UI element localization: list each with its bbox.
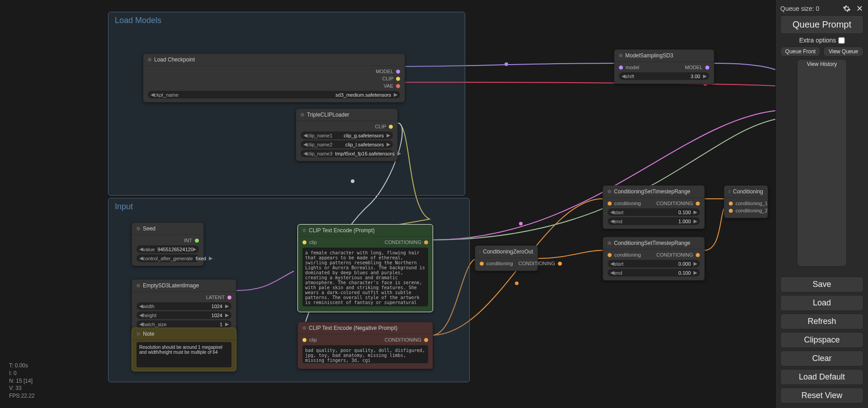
output-port[interactable] — [558, 262, 562, 266]
node-empty-latent[interactable]: EmptySD3LatentImage LATENT ◀width1024▶ ◀… — [132, 279, 236, 332]
output-port-int[interactable] — [195, 239, 199, 243]
gear-icon[interactable] — [843, 5, 851, 13]
metric-i: I: 0 — [9, 370, 35, 377]
widget-clip3[interactable]: ◀clip_name3tmp/t5xxl_fp16.safetensors▶ — [301, 150, 393, 157]
node-pos-prompt[interactable]: CLIP Text Encode (Prompt) clip CONDITION… — [297, 224, 433, 312]
output-port-conditioning[interactable] — [424, 338, 428, 342]
svg-point-5 — [515, 281, 519, 285]
output-port[interactable] — [696, 202, 700, 206]
extra-options-checkbox[interactable] — [839, 37, 845, 43]
input-port[interactable] — [608, 202, 612, 206]
node-title: Note — [143, 331, 154, 337]
view-queue-button[interactable]: View Queue — [823, 47, 863, 56]
node-title: TripleCLIPLoader — [307, 112, 349, 118]
load-default-button[interactable]: Load Default — [780, 369, 863, 385]
refresh-button[interactable]: Refresh — [780, 314, 863, 329]
output-port-model[interactable] — [705, 66, 709, 70]
node-title: EmptySD3LatentImage — [143, 282, 199, 289]
output-port-conditioning[interactable] — [424, 240, 428, 244]
widget-clip2[interactable]: ◀clip_name2clip_l.safetensors▶ — [301, 141, 393, 148]
widget-height[interactable]: ◀height1024▶ — [137, 311, 231, 319]
metric-t: T: 0.00s — [9, 362, 35, 370]
node-title: ConditioningSetTimestepRange — [614, 188, 690, 195]
clipspace-button[interactable]: Clipspace — [780, 332, 863, 348]
node-load-checkpoint[interactable]: Load Checkpoint MODEL CLIP VAE ◀ ckpt_na… — [143, 53, 405, 103]
input-port-model[interactable] — [619, 66, 623, 70]
input-port-clip[interactable] — [302, 338, 307, 342]
queue-size-label: Queue size: 0 — [780, 5, 819, 12]
chevron-left-icon[interactable]: ◀ — [151, 92, 154, 98]
group-title: Input — [108, 198, 469, 215]
output-label: VAE — [381, 83, 396, 89]
node-note[interactable]: Note Resolution should be around 1 megap… — [132, 328, 236, 371]
output-label: MODEL — [373, 69, 396, 74]
group-title: Load Models — [108, 12, 465, 29]
reset-view-button[interactable]: Reset View — [780, 388, 863, 403]
input-port[interactable] — [608, 253, 612, 257]
input-port-clip[interactable] — [302, 240, 307, 244]
extra-options-label: Extra options — [799, 37, 836, 44]
widget-start[interactable]: ◀start0.000▶ — [608, 260, 700, 267]
node-title: Conditioning — [733, 188, 763, 195]
output-port-model[interactable] — [396, 70, 400, 74]
node-title: ModelSamplingSD3 — [625, 52, 673, 59]
node-cond-zero[interactable]: ConditioningZeroOut conditioning CONDITI… — [475, 245, 538, 271]
output-port[interactable] — [696, 253, 700, 257]
node-title: CLIP Text Encode (Negative Prompt) — [309, 325, 397, 331]
metrics-overlay: T: 0.00s I: 0 N: 15 [14] V: 33 FPS:22.22 — [9, 362, 35, 400]
metric-v: V: 33 — [9, 385, 35, 392]
widget-end[interactable]: ◀end1.000▶ — [608, 217, 700, 225]
node-title: Load Checkpoint — [154, 56, 195, 63]
output-label: CONDITIONING — [382, 337, 424, 342]
input-port-2[interactable] — [729, 209, 733, 213]
clear-button[interactable]: Clear — [780, 351, 863, 366]
output-label: CONDITIONING — [382, 239, 424, 245]
input-label: clip — [307, 239, 320, 245]
widget-start[interactable]: ◀start0.100▶ — [608, 208, 700, 216]
node-triple-clip-loader[interactable]: TripleCLIPLoader CLIP ◀clip_name1clip_g.… — [296, 108, 398, 161]
textarea-pos-prompt[interactable] — [302, 248, 428, 306]
node-title: ConditioningZeroOut — [483, 249, 533, 255]
queue-prompt-button[interactable]: Queue Prompt — [780, 15, 863, 34]
close-icon[interactable]: ✕ — [855, 5, 863, 13]
input-port-1[interactable] — [729, 202, 733, 206]
widget-batch[interactable]: ◀batch_size1▶ — [137, 320, 231, 328]
note-text: Resolution should be around 1 megapixel … — [137, 342, 231, 367]
group-load-models[interactable]: Load Models — [108, 12, 465, 196]
input-port[interactable] — [480, 262, 484, 266]
chevron-right-icon[interactable]: ▶ — [394, 92, 397, 98]
output-label: CLIP — [373, 124, 389, 129]
svg-point-3 — [519, 222, 523, 225]
graph-canvas[interactable]: Load Models Input Load Checkpoint MODEL … — [0, 0, 868, 408]
node-model-sampling[interactable]: ModelSamplingSD3 model MODEL ◀shift3.00▶ — [614, 49, 714, 84]
sidebar: Queue size: 0 ✕ Queue Prompt Extra optio… — [775, 0, 868, 408]
queue-front-button[interactable]: Queue Front — [780, 47, 821, 56]
output-port-vae[interactable] — [396, 84, 400, 88]
metric-fps: FPS:22.22 — [9, 392, 35, 400]
load-button[interactable]: Load — [780, 295, 863, 311]
view-history-button[interactable]: View History — [797, 59, 847, 267]
widget-shift[interactable]: ◀shift3.00▶ — [619, 72, 709, 80]
metric-n: N: 15 [14] — [9, 377, 35, 385]
widget-end[interactable]: ◀end0.100▶ — [608, 269, 700, 277]
widget-control[interactable]: ◀control_after_generatefixed▶ — [137, 254, 199, 262]
output-port-clip[interactable] — [396, 77, 400, 81]
node-neg-prompt[interactable]: CLIP Text Encode (Negative Prompt) clip … — [297, 322, 433, 369]
node-cond-range-2[interactable]: ConditioningSetTimestepRange conditionin… — [603, 237, 705, 281]
save-button[interactable]: Save — [780, 277, 863, 292]
node-seed[interactable]: Seed INT ◀value945512652412024▶ ◀control… — [132, 222, 204, 266]
node-title: ConditioningSetTimestepRange — [614, 240, 690, 246]
output-port-latent[interactable] — [227, 295, 231, 300]
textarea-neg-prompt[interactable] — [302, 345, 428, 363]
node-cond-range-1[interactable]: ConditioningSetTimestepRange conditionin… — [603, 185, 705, 229]
widget-width[interactable]: ◀width1024▶ — [137, 302, 231, 310]
widget-ckpt-name[interactable]: ◀ ckpt_name sd3_medium.safetensors ▶ — [148, 91, 400, 98]
output-label: INT — [181, 238, 195, 243]
output-port-clip[interactable] — [389, 125, 393, 129]
widget-clip1[interactable]: ◀clip_name1clip_g.safetensors▶ — [301, 131, 393, 139]
svg-point-0 — [505, 62, 508, 66]
node-title: CLIP Text Encode (Prompt) — [309, 227, 375, 234]
node-title: Seed — [143, 225, 156, 232]
node-cond-combine[interactable]: Conditioning conditioning_1 conditioning… — [724, 185, 768, 218]
widget-seed-value[interactable]: ◀value945512652412024▶ — [137, 245, 199, 253]
